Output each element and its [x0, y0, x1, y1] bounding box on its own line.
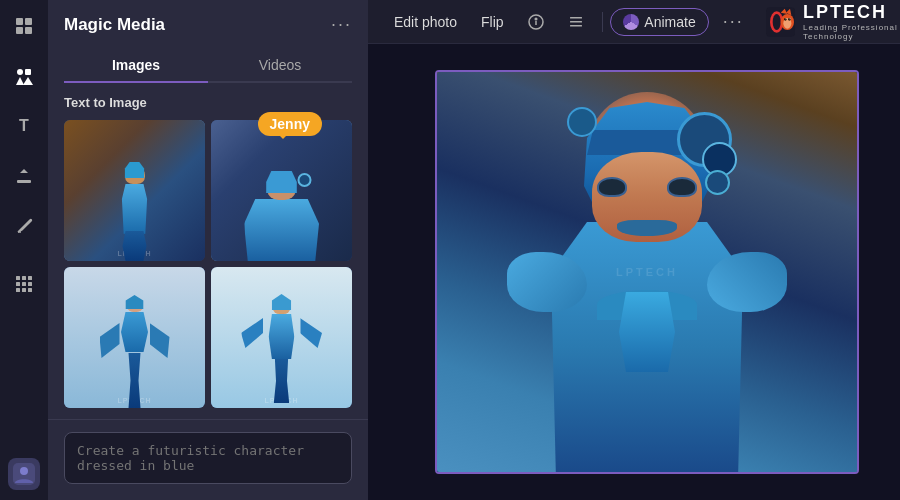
svg-rect-18: [28, 288, 32, 292]
apps-icon[interactable]: [8, 268, 40, 300]
svg-rect-15: [28, 282, 32, 286]
canvas-area: LPTECH: [368, 44, 900, 500]
logo-text-container: LPTECH Leading Professional Technology: [803, 2, 900, 41]
animate-icon: [623, 14, 639, 30]
prompt-area: [48, 419, 368, 500]
svg-rect-3: [25, 27, 32, 34]
section-label: Text to Image: [64, 95, 352, 110]
char-4: [259, 298, 304, 403]
list-button[interactable]: [558, 8, 594, 36]
svg-rect-1: [25, 18, 32, 25]
char-3: [115, 298, 155, 408]
tabs-container: Images Videos: [64, 49, 352, 83]
image-thumb-4[interactable]: LPTECH: [211, 267, 352, 408]
svg-rect-17: [22, 288, 26, 292]
profile-icon[interactable]: [8, 458, 40, 490]
svg-rect-0: [16, 18, 23, 25]
char-1: [110, 166, 160, 261]
svg-point-37: [789, 18, 790, 19]
upload-icon[interactable]: [8, 160, 40, 192]
image-thumb-3[interactable]: LPTECH: [64, 267, 205, 408]
svg-point-36: [785, 18, 786, 19]
lptech-logo-icon: [766, 0, 795, 44]
main-area: Edit photo Flip Animate ···: [368, 0, 900, 500]
canvas-image[interactable]: LPTECH: [435, 70, 859, 474]
prompt-input[interactable]: [64, 432, 352, 484]
svg-rect-24: [570, 17, 582, 19]
sidebar-title: Magic Media: [64, 15, 165, 35]
icon-bar: T: [0, 0, 48, 500]
svg-point-20: [20, 467, 28, 475]
grid-icon[interactable]: [8, 10, 40, 42]
svg-point-4: [17, 69, 23, 75]
toolbar-more-button[interactable]: ···: [713, 5, 754, 38]
image-grid: LPTECH LPTECH: [64, 120, 352, 408]
image-grid-wrapper: Jenny LPTECH: [64, 120, 352, 408]
svg-rect-2: [16, 27, 23, 34]
tab-videos[interactable]: Videos: [208, 49, 352, 81]
text-icon[interactable]: T: [8, 110, 40, 142]
logo-main-text: LPTECH: [803, 2, 900, 23]
svg-rect-16: [16, 288, 20, 292]
toolbar: Edit photo Flip Animate ···: [368, 0, 900, 44]
sci-fi-artwork: LPTECH: [437, 72, 857, 472]
svg-rect-11: [22, 276, 26, 280]
svg-marker-7: [23, 77, 33, 85]
svg-rect-13: [16, 282, 20, 286]
tab-images[interactable]: Images: [64, 49, 208, 81]
elements-icon[interactable]: [8, 60, 40, 92]
sidebar-more-button[interactable]: ···: [331, 14, 352, 35]
sidebar: Magic Media ··· Images Videos Text to Im…: [48, 0, 368, 500]
char-2: [244, 171, 319, 261]
edit-photo-button[interactable]: Edit photo: [384, 8, 467, 36]
image-thumb-2[interactable]: LPTECH: [211, 120, 352, 261]
sidebar-header: Magic Media ···: [48, 0, 368, 49]
svg-point-29: [772, 13, 780, 29]
svg-rect-12: [28, 276, 32, 280]
info-button[interactable]: [518, 8, 554, 36]
image-thumb-1[interactable]: LPTECH: [64, 120, 205, 261]
svg-rect-25: [570, 21, 582, 23]
lptech-logo: LPTECH Leading Professional Technology: [758, 0, 900, 48]
svg-rect-26: [570, 25, 582, 27]
svg-rect-10: [16, 276, 20, 280]
toolbar-divider: [602, 12, 603, 32]
svg-rect-14: [22, 282, 26, 286]
draw-icon[interactable]: [8, 210, 40, 242]
sidebar-content: Text to Image Jenny LPTECH: [48, 83, 368, 419]
svg-point-23: [535, 18, 537, 20]
svg-rect-8: [17, 180, 31, 183]
animate-button[interactable]: Animate: [610, 8, 708, 36]
svg-rect-5: [25, 69, 31, 75]
svg-marker-6: [16, 77, 24, 85]
logo-sub-text: Leading Professional Technology: [803, 23, 900, 41]
flip-button[interactable]: Flip: [471, 8, 514, 36]
